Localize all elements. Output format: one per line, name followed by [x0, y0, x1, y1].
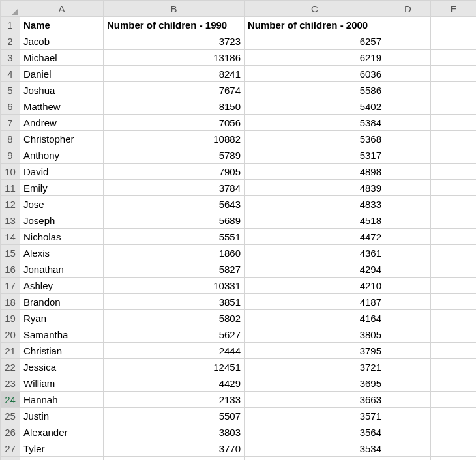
cell[interactable]: 3784: [104, 180, 245, 196]
select-all-corner[interactable]: [1, 1, 20, 17]
cell[interactable]: [431, 457, 477, 461]
col-header-D[interactable]: D: [385, 1, 431, 17]
cell[interactable]: [431, 33, 477, 50]
cell[interactable]: Number of children - 2000: [245, 17, 385, 33]
cell[interactable]: [385, 359, 431, 375]
col-header-B[interactable]: B: [104, 1, 245, 17]
cell[interactable]: [385, 50, 431, 66]
cell[interactable]: Nicholas: [20, 229, 104, 245]
row-header[interactable]: 20: [1, 326, 20, 343]
row-header[interactable]: 12: [1, 196, 20, 212]
cell[interactable]: Alexis: [20, 245, 104, 261]
cell[interactable]: 5586: [245, 82, 385, 98]
cell[interactable]: 3695: [245, 375, 385, 392]
cell[interactable]: 4518: [245, 212, 385, 229]
cell[interactable]: 5689: [104, 212, 245, 229]
cell[interactable]: Tyler: [20, 440, 104, 457]
cell[interactable]: 7905: [104, 164, 245, 180]
cell[interactable]: Alexander: [20, 424, 104, 440]
cell[interactable]: 13186: [104, 50, 245, 66]
cell[interactable]: William: [20, 375, 104, 392]
cell[interactable]: Michael: [20, 50, 104, 66]
cell[interactable]: 12451: [104, 359, 245, 375]
cell[interactable]: Joshua: [20, 82, 104, 98]
cell[interactable]: [431, 359, 477, 375]
cell[interactable]: 8150: [104, 98, 245, 115]
cell[interactable]: 7674: [104, 82, 245, 98]
cell[interactable]: Angel: [20, 457, 104, 461]
row-header[interactable]: 19: [1, 310, 20, 326]
cell[interactable]: [385, 326, 431, 343]
cell[interactable]: [385, 82, 431, 98]
row-header[interactable]: 4: [1, 66, 20, 82]
row-header[interactable]: 2: [1, 33, 20, 50]
cell[interactable]: 5402: [245, 98, 385, 115]
row-header[interactable]: 13: [1, 212, 20, 229]
row-header[interactable]: 23: [1, 375, 20, 392]
cell[interactable]: [431, 164, 477, 180]
cell[interactable]: Andrew: [20, 115, 104, 131]
cell[interactable]: [431, 278, 477, 294]
row-header[interactable]: 24: [1, 392, 20, 408]
cell[interactable]: Hannah: [20, 392, 104, 408]
cell[interactable]: Daniel: [20, 66, 104, 82]
cell[interactable]: 10882: [104, 131, 245, 147]
cell[interactable]: 3795: [245, 343, 385, 359]
cell[interactable]: [431, 196, 477, 212]
row-header[interactable]: 8: [1, 131, 20, 147]
cell[interactable]: [431, 310, 477, 326]
row-header[interactable]: 25: [1, 408, 20, 424]
row-header[interactable]: 21: [1, 343, 20, 359]
cell[interactable]: Anthony: [20, 147, 104, 164]
cell[interactable]: 1860: [104, 245, 245, 261]
col-header-E[interactable]: E: [431, 1, 477, 17]
spreadsheet-grid[interactable]: A B C D E 1 Name Number of children - 19…: [0, 0, 476, 460]
cell[interactable]: [385, 294, 431, 310]
cell[interactable]: [431, 147, 477, 164]
cell[interactable]: Christopher: [20, 131, 104, 147]
cell[interactable]: [385, 424, 431, 440]
row-header[interactable]: 3: [1, 50, 20, 66]
cell[interactable]: 10331: [104, 278, 245, 294]
cell[interactable]: 5384: [245, 115, 385, 131]
cell[interactable]: Number of children - 1990: [104, 17, 245, 33]
row-header[interactable]: 6: [1, 98, 20, 115]
row-header[interactable]: 5: [1, 82, 20, 98]
cell[interactable]: [431, 17, 477, 33]
cell[interactable]: 5627: [104, 326, 245, 343]
cell[interactable]: [385, 229, 431, 245]
cell[interactable]: [385, 245, 431, 261]
cell[interactable]: [385, 147, 431, 164]
cell[interactable]: [431, 245, 477, 261]
cell[interactable]: 8241: [104, 66, 245, 82]
cell[interactable]: [431, 180, 477, 196]
cell[interactable]: 4294: [245, 261, 385, 278]
cell[interactable]: Emily: [20, 180, 104, 196]
cell[interactable]: Jose: [20, 196, 104, 212]
cell[interactable]: Brandon: [20, 294, 104, 310]
row-header[interactable]: 17: [1, 278, 20, 294]
cell[interactable]: 7056: [104, 115, 245, 131]
cell[interactable]: [385, 440, 431, 457]
cell[interactable]: [431, 98, 477, 115]
cell[interactable]: Jonathan: [20, 261, 104, 278]
row-header[interactable]: 7: [1, 115, 20, 131]
cell[interactable]: 4833: [245, 196, 385, 212]
cell[interactable]: Matthew: [20, 98, 104, 115]
cell[interactable]: [431, 131, 477, 147]
cell[interactable]: Jessica: [20, 359, 104, 375]
cell[interactable]: [385, 115, 431, 131]
cell[interactable]: 4472: [245, 229, 385, 245]
cell[interactable]: [431, 392, 477, 408]
row-header[interactable]: 27: [1, 440, 20, 457]
cell[interactable]: 5789: [104, 147, 245, 164]
cell[interactable]: 3803: [104, 424, 245, 440]
cell[interactable]: 5827: [104, 261, 245, 278]
cell[interactable]: 3663: [245, 392, 385, 408]
cell[interactable]: [431, 343, 477, 359]
cell[interactable]: 4361: [245, 245, 385, 261]
cell[interactable]: 3443: [245, 457, 385, 461]
cell[interactable]: 1459: [104, 457, 245, 461]
row-header[interactable]: 10: [1, 164, 20, 180]
cell[interactable]: [431, 440, 477, 457]
